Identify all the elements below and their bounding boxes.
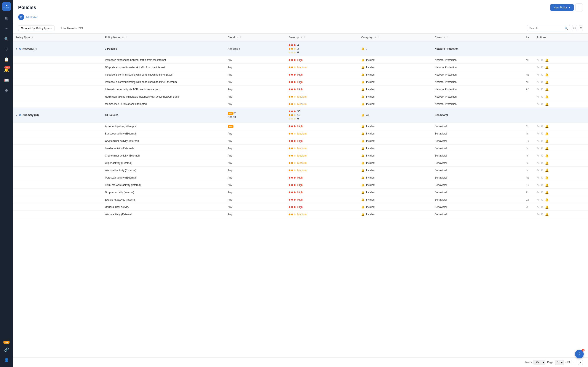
copy-icon[interactable]: ⧉ — [541, 102, 543, 106]
bell-icon[interactable]: 🔔 — [545, 176, 549, 179]
copy-icon[interactable]: ⧉ — [541, 161, 543, 165]
bell-icon[interactable]: 🔔 — [545, 139, 549, 143]
edit-icon[interactable]: ✎ — [537, 102, 539, 106]
copy-icon[interactable]: ⧉ — [541, 124, 543, 128]
group-by-button[interactable]: Grouped By: Policy Type ▾ — [18, 25, 54, 31]
page-select[interactable]: 1 2 3 — [555, 360, 564, 365]
bell-icon[interactable]: 🔔 — [545, 198, 549, 201]
edit-icon[interactable]: ✎ — [537, 95, 539, 99]
col-policy-type[interactable]: Policy Type ⇅ — [13, 34, 103, 41]
prev-page-button[interactable]: ‹ — [571, 360, 576, 365]
bell-icon[interactable]: 🔔 — [545, 161, 549, 165]
edit-icon[interactable]: ✎ — [537, 191, 539, 194]
col-category[interactable]: Category ⇅ ⠿ — [359, 34, 432, 41]
bell-icon[interactable]: 🔔 — [545, 58, 549, 62]
copy-icon[interactable]: ⧉ — [541, 146, 543, 150]
collapse-arrow[interactable]: ▼ — [16, 48, 18, 50]
copy-icon[interactable]: ⧉ — [541, 168, 543, 172]
bell-icon[interactable]: 🔔 — [545, 73, 549, 76]
copy-icon[interactable]: ⧉ — [541, 139, 543, 143]
copy-icon[interactable]: ⧉ — [541, 198, 543, 201]
bell-icon[interactable]: 🔔 — [545, 205, 549, 209]
edit-icon[interactable]: ✎ — [537, 169, 539, 172]
copy-icon[interactable]: ⧉ — [541, 154, 543, 157]
bell-icon[interactable]: 🔔 — [545, 88, 549, 91]
col-label[interactable]: La — [523, 34, 534, 41]
view-toggle-button[interactable]: ≡ — [579, 25, 583, 31]
copy-icon[interactable]: ⧉ — [541, 80, 543, 84]
edit-icon[interactable]: ✎ — [537, 139, 539, 143]
edit-icon[interactable]: ✎ — [537, 66, 539, 69]
drag-handle[interactable]: ⠿ — [447, 36, 449, 39]
copy-icon[interactable]: ⧉ — [541, 205, 543, 209]
bell-icon[interactable]: 🔔 — [545, 95, 549, 99]
help-button[interactable]: 6 ? — [575, 350, 584, 358]
bell-icon[interactable]: 🔔 — [545, 147, 549, 150]
edit-icon[interactable]: ✎ — [537, 205, 539, 209]
copy-icon[interactable]: ⧉ — [541, 58, 543, 62]
copy-icon[interactable]: ⧉ — [541, 132, 543, 135]
bell-icon[interactable]: 🔔 — [545, 66, 549, 69]
edit-icon[interactable]: ✎ — [537, 132, 539, 135]
sidebar-item-reports[interactable]: 📋 — [2, 55, 11, 64]
rows-select[interactable]: 25 50 100 — [534, 360, 545, 365]
add-filter-button[interactable]: ⊕ Add Filter — [18, 14, 38, 20]
edit-icon[interactable]: ✎ — [537, 125, 539, 128]
more-options-button[interactable]: ⋮ — [575, 3, 583, 11]
drag-handle[interactable]: ⠿ — [377, 36, 379, 39]
sidebar-item-notifications[interactable]: 🔔 1889 — [2, 65, 11, 75]
col-class[interactable]: Class ⇅ ⠿ — [432, 34, 523, 41]
sidebar-item-link[interactable]: 🔗 — [2, 345, 11, 354]
edit-icon[interactable]: ✎ — [537, 154, 539, 157]
edit-icon[interactable]: ✎ — [537, 73, 539, 76]
edit-icon[interactable]: ✎ — [537, 213, 539, 216]
bell-icon[interactable]: 🔔 — [545, 102, 549, 106]
bell-icon[interactable]: 🔔 — [545, 132, 549, 135]
copy-icon[interactable]: ⧉ — [541, 212, 543, 216]
copy-icon[interactable]: ⧉ — [541, 73, 543, 76]
copy-icon[interactable]: ⧉ — [541, 87, 543, 91]
bell-icon[interactable]: 🔔 — [545, 125, 549, 128]
search-input[interactable] — [529, 27, 563, 30]
edit-icon[interactable]: ✎ — [537, 88, 539, 91]
edit-icon[interactable]: ✎ — [537, 176, 539, 179]
sidebar-item-user[interactable]: 👤 — [2, 355, 11, 365]
col-severity[interactable]: Severity ⇅ ⠿ — [286, 34, 359, 41]
edit-icon[interactable]: ✎ — [537, 80, 539, 84]
copy-icon[interactable]: ⧉ — [541, 65, 543, 69]
sidebar-item-list[interactable]: ≡ — [2, 24, 11, 33]
new-policy-button[interactable]: New Policy ▾ — [550, 4, 574, 11]
copy-icon[interactable]: ⧉ — [541, 190, 543, 194]
col-cloud[interactable]: Cloud ⇅ ⠿ — [225, 34, 286, 41]
drag-handle[interactable]: ⠿ — [304, 36, 306, 39]
copy-icon[interactable]: ⧉ — [541, 183, 543, 187]
collapse-arrow[interactable]: ▼ — [16, 114, 18, 116]
edit-icon[interactable]: ✎ — [537, 161, 539, 165]
drag-handle[interactable]: ⠿ — [125, 36, 127, 39]
edit-icon[interactable]: ✎ — [537, 147, 539, 150]
bell-icon[interactable]: 🔔 — [545, 183, 549, 187]
search-box[interactable]: 🔍 — [527, 25, 570, 31]
bell-icon[interactable]: 🔔 — [545, 191, 549, 194]
copy-icon[interactable]: ⧉ — [541, 176, 543, 179]
sidebar-logo[interactable]: ☁ CLOUD — [2, 2, 11, 11]
sidebar-item-book[interactable]: 📖 — [2, 75, 11, 85]
edit-icon[interactable]: ✎ — [537, 58, 539, 62]
bell-icon[interactable]: 🔔 — [545, 213, 549, 216]
severity-cell: High — [286, 123, 359, 130]
col-policy-name[interactable]: Policy Name ⇅ ⠿ — [103, 34, 225, 41]
bell-icon[interactable]: 🔔 — [545, 169, 549, 172]
refresh-button[interactable]: ↺ — [572, 25, 577, 31]
edit-icon[interactable]: ✎ — [537, 183, 539, 187]
bell-icon[interactable]: 🔔 — [545, 80, 549, 84]
sidebar-item-settings[interactable]: ⚙ — [2, 86, 11, 95]
sidebar-item-dashboard[interactable]: ⊞ — [2, 13, 11, 23]
edit-icon[interactable]: ✎ — [537, 198, 539, 201]
sidebar-item-search[interactable]: 🔍 — [2, 34, 11, 44]
sidebar-item-shield[interactable]: 🛡 — [2, 44, 11, 54]
next-page-button[interactable]: › — [578, 360, 583, 365]
drag-handle[interactable]: ⠿ — [240, 36, 242, 39]
copy-icon[interactable]: ⧉ — [541, 95, 543, 99]
bell-icon[interactable]: 🔔 — [545, 154, 549, 157]
category-icon: 🔔 — [361, 88, 364, 91]
